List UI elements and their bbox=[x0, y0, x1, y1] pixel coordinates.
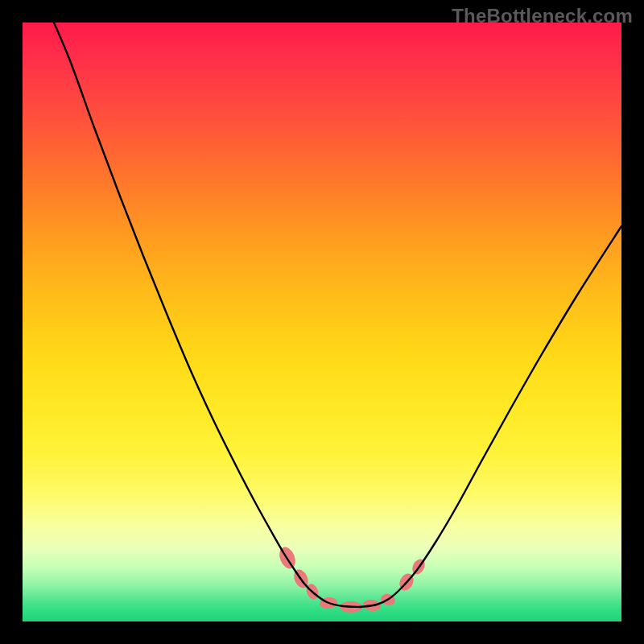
curve-right-branch bbox=[361, 226, 621, 607]
curve-svg bbox=[23, 23, 621, 621]
chart-frame: TheBottleneck.com bbox=[0, 0, 644, 644]
plot-area bbox=[23, 23, 621, 621]
curve-left-branch bbox=[54, 23, 361, 607]
marker-group bbox=[276, 545, 427, 613]
